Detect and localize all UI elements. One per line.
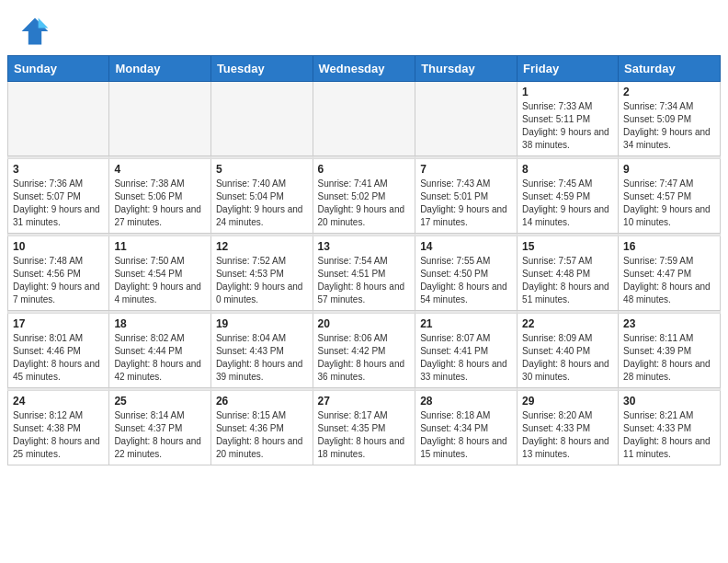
calendar-header-row: Sunday Monday Tuesday Wednesday Thursday…: [8, 56, 721, 82]
day-info: Sunrise: 8:20 AM Sunset: 4:33 PM Dayligh…: [522, 409, 613, 461]
calendar-day-cell: 20Sunrise: 8:06 AM Sunset: 4:42 PM Dayli…: [313, 314, 415, 388]
logo: [18, 15, 57, 48]
calendar-day-cell: 13Sunrise: 7:54 AM Sunset: 4:51 PM Dayli…: [313, 236, 415, 311]
day-info: Sunrise: 8:18 AM Sunset: 4:34 PM Dayligh…: [420, 409, 512, 461]
day-number: 19: [216, 317, 308, 330]
day-number: 5: [216, 163, 308, 176]
calendar-day-cell: 1Sunrise: 7:33 AM Sunset: 5:11 PM Daylig…: [518, 82, 619, 156]
day-info: Sunrise: 7:48 AM Sunset: 4:56 PM Dayligh…: [13, 255, 104, 306]
calendar-day-cell: 6Sunrise: 7:41 AM Sunset: 5:02 PM Daylig…: [313, 159, 415, 234]
day-number: 10: [13, 240, 104, 253]
day-info: Sunrise: 8:21 AM Sunset: 4:33 PM Dayligh…: [623, 409, 715, 461]
calendar-day-cell: 22Sunrise: 8:09 AM Sunset: 4:40 PM Dayli…: [518, 314, 619, 388]
calendar-day-cell: [210, 82, 313, 156]
calendar-week-row: 10Sunrise: 7:48 AM Sunset: 4:56 PM Dayli…: [8, 236, 721, 311]
day-info: Sunrise: 7:38 AM Sunset: 5:06 PM Dayligh…: [114, 178, 206, 229]
calendar-day-cell: [415, 82, 518, 156]
day-info: Sunrise: 7:50 AM Sunset: 4:54 PM Dayligh…: [114, 255, 206, 306]
day-info: Sunrise: 7:52 AM Sunset: 4:53 PM Dayligh…: [216, 255, 308, 306]
day-number: 22: [522, 317, 613, 330]
day-info: Sunrise: 8:11 AM Sunset: 4:39 PM Dayligh…: [623, 332, 715, 384]
day-number: 29: [522, 395, 613, 408]
calendar-day-cell: 25Sunrise: 8:14 AM Sunset: 4:37 PM Dayli…: [109, 391, 211, 465]
calendar-day-cell: 19Sunrise: 8:04 AM Sunset: 4:43 PM Dayli…: [210, 314, 313, 388]
svg-marker-1: [39, 18, 49, 29]
calendar-day-cell: 10Sunrise: 7:48 AM Sunset: 4:56 PM Dayli…: [8, 236, 109, 311]
page-header: [0, 0, 728, 55]
calendar-day-cell: 14Sunrise: 7:55 AM Sunset: 4:50 PM Dayli…: [415, 236, 518, 311]
svg-marker-0: [22, 18, 49, 45]
day-info: Sunrise: 7:59 AM Sunset: 4:47 PM Dayligh…: [623, 255, 715, 306]
day-number: 16: [623, 240, 715, 253]
calendar-day-cell: 15Sunrise: 7:57 AM Sunset: 4:48 PM Dayli…: [518, 236, 619, 311]
day-number: 12: [216, 240, 308, 253]
day-number: 9: [623, 163, 715, 176]
calendar-day-cell: 2Sunrise: 7:34 AM Sunset: 5:09 PM Daylig…: [619, 82, 721, 156]
day-number: 30: [623, 395, 715, 408]
day-info: Sunrise: 8:01 AM Sunset: 4:46 PM Dayligh…: [13, 332, 104, 384]
calendar-day-cell: 11Sunrise: 7:50 AM Sunset: 4:54 PM Dayli…: [109, 236, 211, 311]
day-number: 17: [13, 317, 104, 330]
day-number: 2: [623, 86, 715, 98]
header-monday: Monday: [109, 56, 211, 82]
calendar-day-cell: 29Sunrise: 8:20 AM Sunset: 4:33 PM Dayli…: [518, 391, 619, 465]
day-info: Sunrise: 8:07 AM Sunset: 4:41 PM Dayligh…: [420, 332, 512, 384]
calendar-day-cell: [313, 82, 415, 156]
day-number: 26: [216, 395, 308, 408]
header-thursday: Thursday: [415, 56, 518, 82]
calendar-day-cell: 3Sunrise: 7:36 AM Sunset: 5:07 PM Daylig…: [8, 159, 109, 234]
day-number: 6: [318, 163, 411, 176]
calendar-week-row: 17Sunrise: 8:01 AM Sunset: 4:46 PM Dayli…: [8, 314, 721, 388]
day-number: 14: [420, 240, 512, 253]
calendar-wrapper: Sunday Monday Tuesday Wednesday Thursday…: [0, 55, 728, 473]
day-info: Sunrise: 7:34 AM Sunset: 5:09 PM Dayligh…: [623, 100, 715, 152]
day-info: Sunrise: 7:47 AM Sunset: 4:57 PM Dayligh…: [623, 178, 715, 229]
day-number: 27: [318, 395, 411, 408]
header-friday: Friday: [518, 56, 619, 82]
header-saturday: Saturday: [619, 56, 721, 82]
day-info: Sunrise: 7:55 AM Sunset: 4:50 PM Dayligh…: [420, 255, 512, 306]
calendar-day-cell: 21Sunrise: 8:07 AM Sunset: 4:41 PM Dayli…: [415, 314, 518, 388]
calendar-day-cell: 7Sunrise: 7:43 AM Sunset: 5:01 PM Daylig…: [415, 159, 518, 234]
calendar-day-cell: 30Sunrise: 8:21 AM Sunset: 4:33 PM Dayli…: [619, 391, 721, 465]
day-number: 25: [114, 395, 206, 408]
logo-icon: [18, 15, 51, 48]
day-info: Sunrise: 8:15 AM Sunset: 4:36 PM Dayligh…: [216, 409, 308, 461]
day-number: 28: [420, 395, 512, 408]
calendar-day-cell: 27Sunrise: 8:17 AM Sunset: 4:35 PM Dayli…: [313, 391, 415, 465]
day-number: 1: [522, 86, 613, 98]
calendar-day-cell: [109, 82, 211, 156]
day-number: 13: [318, 240, 411, 253]
day-info: Sunrise: 7:40 AM Sunset: 5:04 PM Dayligh…: [216, 178, 308, 229]
calendar-day-cell: 9Sunrise: 7:47 AM Sunset: 4:57 PM Daylig…: [619, 159, 721, 234]
calendar-day-cell: 23Sunrise: 8:11 AM Sunset: 4:39 PM Dayli…: [619, 314, 721, 388]
calendar-day-cell: 12Sunrise: 7:52 AM Sunset: 4:53 PM Dayli…: [210, 236, 313, 311]
calendar-day-cell: [8, 82, 109, 156]
day-info: Sunrise: 7:57 AM Sunset: 4:48 PM Dayligh…: [522, 255, 613, 306]
calendar-week-row: 1Sunrise: 7:33 AM Sunset: 5:11 PM Daylig…: [8, 82, 721, 156]
calendar-day-cell: 28Sunrise: 8:18 AM Sunset: 4:34 PM Dayli…: [415, 391, 518, 465]
day-number: 7: [420, 163, 512, 176]
calendar-day-cell: 18Sunrise: 8:02 AM Sunset: 4:44 PM Dayli…: [109, 314, 211, 388]
day-number: 15: [522, 240, 613, 253]
day-info: Sunrise: 7:41 AM Sunset: 5:02 PM Dayligh…: [318, 178, 411, 229]
header-wednesday: Wednesday: [313, 56, 415, 82]
day-number: 11: [114, 240, 206, 253]
day-info: Sunrise: 8:02 AM Sunset: 4:44 PM Dayligh…: [114, 332, 206, 384]
header-sunday: Sunday: [8, 56, 109, 82]
day-number: 8: [522, 163, 613, 176]
day-number: 23: [623, 317, 715, 330]
day-number: 21: [420, 317, 512, 330]
day-number: 18: [114, 317, 206, 330]
day-number: 20: [318, 317, 411, 330]
calendar-day-cell: 17Sunrise: 8:01 AM Sunset: 4:46 PM Dayli…: [8, 314, 109, 388]
calendar-table: Sunday Monday Tuesday Wednesday Thursday…: [7, 55, 721, 465]
day-info: Sunrise: 7:45 AM Sunset: 4:59 PM Dayligh…: [522, 178, 613, 229]
day-info: Sunrise: 7:36 AM Sunset: 5:07 PM Dayligh…: [13, 178, 104, 229]
day-info: Sunrise: 8:14 AM Sunset: 4:37 PM Dayligh…: [114, 409, 206, 461]
calendar-week-row: 24Sunrise: 8:12 AM Sunset: 4:38 PM Dayli…: [8, 391, 721, 465]
day-info: Sunrise: 7:33 AM Sunset: 5:11 PM Dayligh…: [522, 100, 613, 152]
day-info: Sunrise: 8:06 AM Sunset: 4:42 PM Dayligh…: [318, 332, 411, 384]
day-number: 4: [114, 163, 206, 176]
day-info: Sunrise: 8:04 AM Sunset: 4:43 PM Dayligh…: [216, 332, 308, 384]
